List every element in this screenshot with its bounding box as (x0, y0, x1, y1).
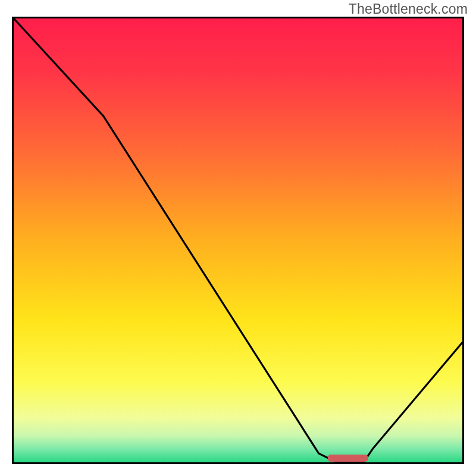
chart-gradient-bg (14, 18, 462, 462)
bottleneck-chart (14, 18, 462, 462)
optimal-marker (328, 455, 368, 462)
chart-frame (12, 17, 464, 464)
watermark-text: TheBottleneck.com (349, 1, 468, 17)
